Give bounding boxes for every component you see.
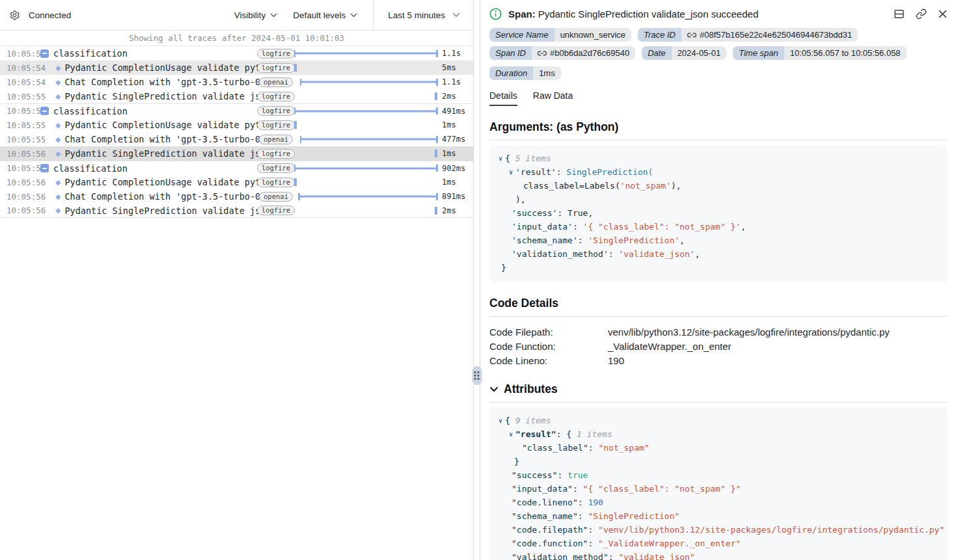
code-token: ), [515,194,526,204]
badge-value-text: #08f57b165e22c4e625046944673bdd31 [700,30,852,40]
span-title: Span:Pydantic SinglePrediction validate_… [508,8,894,20]
trace-name-wrap: ◆Pydantic CompletionUsage validate_pytho… [38,177,261,187]
gear-icon[interactable] [9,10,20,21]
collapse-icon[interactable] [40,164,49,172]
trace-toolbar: Connected Visibility Default levels Last… [0,0,473,31]
code-token: : [609,552,619,560]
chevron-down-icon[interactable] [489,386,499,392]
trace-time: 10:05:54 [0,77,38,87]
trace-duration: 1ms [439,120,473,129]
trace-tag-label: logfire [257,163,295,173]
trace-rows: 10:05:54classificationlogfire1.1s10:05:5… [0,46,473,560]
trace-row[interactable]: 10:05:54◆Chat Completion with 'gpt-3.5-t… [0,75,473,89]
duration-tick [294,178,297,186]
trace-tag: logfire [261,149,291,159]
trace-name-wrap: ◆Pydantic CompletionUsage validate_pytho… [38,62,261,73]
default-levels-dropdown[interactable]: Default levels [293,10,357,20]
collapse-chevron-icon[interactable]: ∨ [499,152,502,165]
trace-row[interactable]: 10:05:56◆Pydantic CompletionUsage valida… [0,175,473,189]
trace-row[interactable]: 10:05:55◆Chat Completion with 'gpt-3.5-t… [0,132,473,146]
code-detail-row: Code Function:_ValidateWrapper._on_enter [489,340,948,354]
collapse-icon[interactable] [40,49,49,58]
duration-bar-track [291,75,438,89]
trace-duration: 2ms [439,92,473,101]
trace-row[interactable]: 10:05:56◆Pydantic SinglePrediction valid… [0,204,473,218]
trace-tag-label: logfire [257,63,295,73]
trace-tag-label: logfire [257,106,295,116]
tab-raw-data[interactable]: Raw Data [533,90,573,106]
code-token: : [557,470,568,480]
tab-details[interactable]: Details [489,90,517,106]
trace-tag-label: logfire [257,92,295,101]
code-line: "code.filepath": "venv/lib/python3.12/si… [497,523,940,537]
code-token: : [573,484,583,494]
collapse-chevron-icon[interactable]: ∨ [509,165,513,179]
trace-name-wrap: ◆Chat Completion with 'gpt-3.5-turbo-061 [38,134,261,144]
badge-row-1: Service Nameunknown_serviceTrace ID#08f5… [489,28,948,42]
code-token: : [578,235,588,245]
collapse-icon[interactable] [40,107,49,115]
trace-row[interactable]: 10:05:56◆Chat Completion with 'gpt-3.5-t… [0,189,473,204]
splitter-drag-handle[interactable] [472,366,482,385]
duration-bar-track [291,118,438,132]
span-title-text: Pydantic SinglePrediction validate_json … [538,8,759,20]
code-token: "success" [512,470,557,480]
trace-name-wrap: ◆Pydantic SinglePrediction validate_json [38,148,261,159]
code-details-table: Code Filepath:venv/lib/python3.12/site-p… [489,325,948,368]
close-icon[interactable] [938,9,948,19]
collapse-chevron-icon[interactable]: ∨ [509,427,513,441]
badge-label: Trace ID [638,28,681,42]
trace-row[interactable]: 10:05:56classificationlogfire902ms [0,161,473,175]
link-icon[interactable] [687,31,696,40]
badge-value-text: 2024-05-01 [677,48,721,58]
code-token: '{ "class_label": "not_spam" }' [583,222,741,232]
link-icon[interactable] [538,49,547,58]
trace-row[interactable]: 10:05:54◆Pydantic CompletionUsage valida… [0,60,473,75]
attributes-code-block: ∨{ 9 items∨"result": { 1 items"class_lab… [489,407,948,560]
trace-tag: logfire [261,106,291,116]
code-line: 'input_data': '{ "class_label": "not_spa… [497,220,940,233]
attributes-heading-text: Attributes [504,382,558,396]
arguments-code-block: ∨{ 5 items∨'result': SinglePrediction(cl… [489,145,948,282]
trace-span-name: Pydantic CompletionUsage validate_python [64,177,261,187]
trace-row[interactable]: 10:05:54classificationlogfire1.1s [0,46,473,60]
code-line: "code.function": "_ValidateWrapper._on_e… [497,537,940,550]
code-token: 190 [588,498,603,507]
trace-tag: openai [261,135,291,144]
code-token: : [578,498,588,507]
code-line: } [497,261,940,274]
span-badge: Span ID#b0b6da2d76c69540 [489,46,635,60]
trace-time: 10:05:55 [0,135,38,144]
duration-bar [294,110,438,112]
copy-link-icon[interactable] [916,8,927,20]
trace-tag-label: openai [259,192,293,202]
code-token: ), [671,181,681,191]
trace-row[interactable]: 10:05:55classificationlogfire491ms [0,103,473,118]
duration-tick [435,207,437,215]
trace-duration: 5ms [439,63,473,72]
trace-name-wrap: ◆Chat Completion with 'gpt-3.5-turbo-061 [38,191,261,202]
detail-tabs: Details Raw Data [489,90,948,106]
duration-bar-track [291,104,438,118]
trace-time: 10:05:55 [0,120,38,130]
trace-row[interactable]: 10:05:55◆Pydantic SinglePrediction valid… [0,89,473,103]
span-diamond-icon: ◆ [55,207,61,214]
code-token: "SinglePrediction" [588,511,679,521]
code-token: "schema_name" [512,511,578,521]
trace-tag-label: logfire [257,120,295,130]
code-token: : { [556,429,577,439]
code-detail-label: Code Filepath: [489,325,608,340]
trace-row[interactable]: 10:05:56◆Pydantic SinglePrediction valid… [0,146,473,161]
code-line: "validation_method": "validate_json" [497,550,940,560]
split-view-icon[interactable] [894,8,905,20]
code-detail-value: venv/lib/python3.12/site-packages/logfir… [608,325,890,340]
collapse-chevron-icon[interactable]: ∨ [499,414,502,427]
trace-row[interactable]: 10:05:55◆Pydantic CompletionUsage valida… [0,118,473,132]
visibility-dropdown[interactable]: Visibility [234,10,278,20]
duration-bar-track [291,175,438,189]
time-range-dropdown[interactable]: Last 5 minutes [373,0,473,30]
code-token: { [505,153,515,163]
divider [489,402,948,403]
code-token: } [501,263,506,273]
code-token: "input_data" [512,484,573,494]
